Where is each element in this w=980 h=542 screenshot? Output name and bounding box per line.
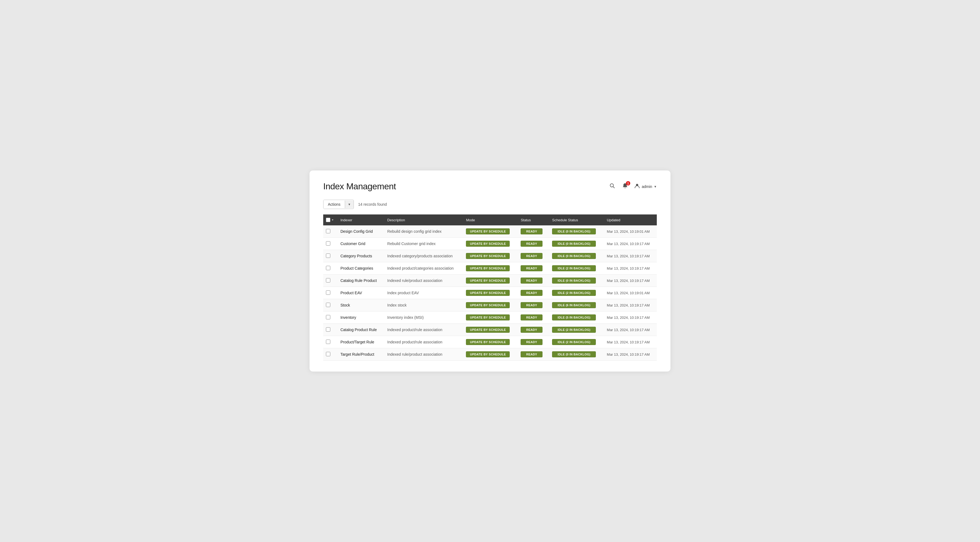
status-badge: READY: [520, 327, 542, 333]
mode-cell[interactable]: UPDATE BY SCHEDULE: [462, 225, 517, 238]
mode-badge[interactable]: UPDATE BY SCHEDULE: [466, 277, 510, 284]
mode-cell[interactable]: UPDATE BY SCHEDULE: [462, 299, 517, 311]
table-row: Product/Target Rule Indexed product/rule…: [323, 336, 657, 348]
user-menu-button[interactable]: admin ▼: [634, 183, 657, 190]
mode-cell[interactable]: UPDATE BY SCHEDULE: [462, 238, 517, 250]
row-checkbox[interactable]: [326, 266, 330, 270]
mode-badge[interactable]: UPDATE BY SCHEDULE: [466, 265, 510, 271]
mode-badge[interactable]: UPDATE BY SCHEDULE: [466, 339, 510, 345]
schedule-status-badge: IDLE (2 IN BACKLOG): [552, 339, 596, 345]
row-checkbox-cell[interactable]: [323, 287, 337, 299]
indexer-name: Customer Grid: [340, 241, 365, 246]
row-checkbox[interactable]: [326, 327, 330, 332]
search-button[interactable]: [608, 182, 616, 191]
row-checkbox[interactable]: [326, 254, 330, 258]
status-column-header: Status: [517, 214, 548, 225]
description-cell: Indexed product/rule association: [383, 336, 462, 348]
indexer-name: Product Categories: [340, 266, 373, 271]
row-checkbox-cell[interactable]: [323, 262, 337, 274]
mode-badge[interactable]: UPDATE BY SCHEDULE: [466, 253, 510, 259]
row-checkbox[interactable]: [326, 315, 330, 319]
description-cell: Indexed product/rule association: [383, 324, 462, 336]
description-text: Index stock: [387, 303, 407, 307]
updated-value: Mar 13, 2024, 10:19:17 AM: [607, 279, 650, 283]
schedule-status-badge: IDLE (2 IN BACKLOG): [552, 290, 596, 296]
row-checkbox[interactable]: [326, 278, 330, 282]
row-checkbox-cell[interactable]: [323, 324, 337, 336]
description-text: Rebuild Customer grid index: [387, 241, 436, 246]
description-cell: Index product EAV: [383, 287, 462, 299]
status-cell: READY: [517, 336, 548, 348]
updated-value: Mar 13, 2024, 10:19:17 AM: [607, 340, 650, 344]
schedule-status-cell: IDLE (2 IN BACKLOG): [548, 262, 603, 274]
status-cell: READY: [517, 225, 548, 238]
schedule-status-cell: IDLE (0 IN BACKLOG): [548, 274, 603, 287]
description-cell: Indexed rule/product association: [383, 274, 462, 287]
records-count: 14 records found: [358, 202, 387, 206]
indexer-cell: Target Rule/Product: [337, 348, 383, 361]
description-cell: Indexed product/categories association: [383, 262, 462, 274]
row-checkbox[interactable]: [326, 241, 330, 246]
description-cell: Index stock: [383, 299, 462, 311]
row-checkbox[interactable]: [326, 339, 330, 344]
select-all-chevron-icon: ▼: [331, 219, 334, 221]
header-actions: 1 admin ▼: [608, 182, 657, 191]
mode-badge[interactable]: UPDATE BY SCHEDULE: [466, 351, 510, 357]
mode-cell[interactable]: UPDATE BY SCHEDULE: [462, 287, 517, 299]
mode-cell[interactable]: UPDATE BY SCHEDULE: [462, 336, 517, 348]
mode-badge[interactable]: UPDATE BY SCHEDULE: [466, 314, 510, 320]
status-badge: READY: [520, 228, 542, 235]
status-badge: READY: [520, 351, 542, 357]
table-row: Product EAV Index product EAV UPDATE BY …: [323, 287, 657, 299]
indexer-cell: Design Config Grid: [337, 225, 383, 238]
notifications-button[interactable]: 1: [621, 182, 629, 191]
description-cell: Rebuild Customer grid index: [383, 238, 462, 250]
row-checkbox-cell[interactable]: [323, 336, 337, 348]
row-checkbox-cell[interactable]: [323, 225, 337, 238]
table-row: Target Rule/Product Indexed rule/product…: [323, 348, 657, 361]
select-all-checkbox[interactable]: [326, 218, 330, 222]
actions-chevron-icon: ▼: [345, 201, 353, 208]
mode-cell[interactable]: UPDATE BY SCHEDULE: [462, 262, 517, 274]
updated-value: Mar 13, 2024, 10:19:17 AM: [607, 303, 650, 307]
mode-cell[interactable]: UPDATE BY SCHEDULE: [462, 311, 517, 324]
status-badge: READY: [520, 339, 542, 345]
mode-badge[interactable]: UPDATE BY SCHEDULE: [466, 290, 510, 296]
row-checkbox-cell[interactable]: [323, 311, 337, 324]
indexer-cell: Catalog Product Rule: [337, 324, 383, 336]
description-text: Inventory index (MSI): [387, 315, 423, 320]
updated-value: Mar 13, 2024, 10:19:17 AM: [607, 352, 650, 357]
row-checkbox-cell[interactable]: [323, 299, 337, 311]
indexer-name: Product EAV: [340, 291, 362, 295]
row-checkbox-cell[interactable]: [323, 250, 337, 262]
description-text: Indexed product/rule association: [387, 328, 442, 332]
updated-cell: Mar 13, 2024, 10:19:17 AM: [603, 250, 657, 262]
table-row: Inventory Inventory index (MSI) UPDATE B…: [323, 311, 657, 324]
svg-line-1: [613, 187, 614, 188]
updated-value: Mar 13, 2024, 10:19:17 AM: [607, 254, 650, 258]
schedule-status-badge: IDLE (0 IN BACKLOG): [552, 277, 596, 284]
row-checkbox[interactable]: [326, 303, 330, 307]
row-checkbox-cell[interactable]: [323, 238, 337, 250]
select-all-column[interactable]: ▼: [323, 214, 337, 225]
schedule-status-badge: IDLE (2 IN BACKLOG): [552, 265, 596, 271]
mode-badge[interactable]: UPDATE BY SCHEDULE: [466, 327, 510, 333]
row-checkbox-cell[interactable]: [323, 274, 337, 287]
mode-cell[interactable]: UPDATE BY SCHEDULE: [462, 274, 517, 287]
mode-badge[interactable]: UPDATE BY SCHEDULE: [466, 228, 510, 235]
row-checkbox[interactable]: [326, 229, 330, 233]
row-checkbox-cell[interactable]: [323, 348, 337, 361]
table-row: Stock Index stock UPDATE BY SCHEDULE REA…: [323, 299, 657, 311]
status-badge: READY: [520, 265, 542, 271]
row-checkbox[interactable]: [326, 352, 330, 356]
schedule-status-cell: IDLE (2 IN BACKLOG): [548, 324, 603, 336]
row-checkbox[interactable]: [326, 290, 330, 295]
actions-dropdown[interactable]: Actions ▼: [323, 200, 354, 209]
index-table: ▼ Indexer Description Mode Status Schedu…: [323, 214, 657, 361]
mode-cell[interactable]: UPDATE BY SCHEDULE: [462, 324, 517, 336]
mode-cell[interactable]: UPDATE BY SCHEDULE: [462, 250, 517, 262]
indexer-column-header: Indexer: [337, 214, 383, 225]
mode-badge[interactable]: UPDATE BY SCHEDULE: [466, 302, 510, 308]
mode-cell[interactable]: UPDATE BY SCHEDULE: [462, 348, 517, 361]
mode-badge[interactable]: UPDATE BY SCHEDULE: [466, 241, 510, 247]
